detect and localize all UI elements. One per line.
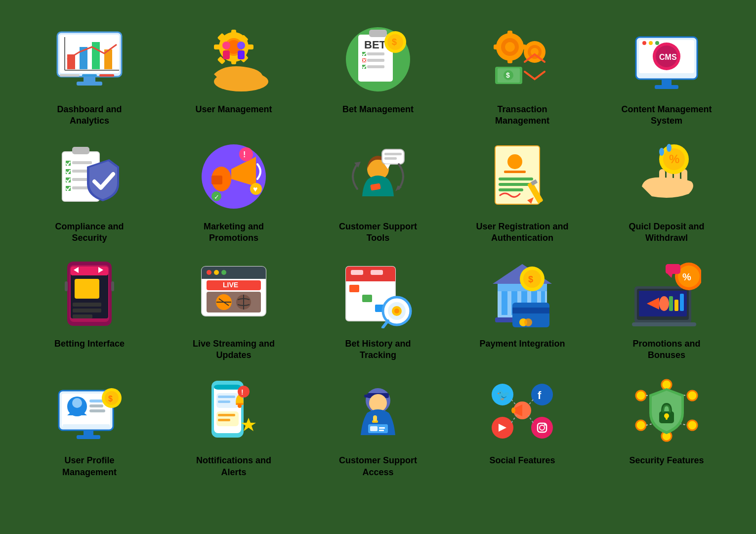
label-support-tools: Customer Support Tools — [329, 221, 427, 244]
item-betting-interface[interactable]: Betting Interface — [20, 254, 159, 361]
label-bet-history: Bet History and Tracking — [329, 338, 427, 361]
item-notifications-alerts[interactable]: ! Nottifications and Alerts — [164, 371, 303, 478]
item-transaction-management[interactable]: $ Transaction Management — [453, 20, 592, 127]
label-deposit: Quicl Deposit and Withdrawl — [617, 221, 716, 244]
svg-point-192 — [72, 398, 82, 408]
svg-rect-64 — [655, 85, 678, 89]
icon-user-profile: $ — [50, 371, 129, 450]
svg-rect-197 — [84, 430, 93, 435]
svg-line-241 — [528, 415, 533, 423]
svg-rect-225 — [379, 430, 384, 431]
svg-point-25 — [222, 42, 230, 49]
item-customer-support-tools[interactable]: Customer Support Tools — [308, 137, 448, 244]
icon-user-management — [194, 20, 273, 99]
item-payment-integration[interactable]: $ Payment Integration — [453, 254, 592, 361]
svg-rect-218 — [364, 395, 370, 398]
svg-point-242 — [636, 391, 646, 400]
svg-rect-221 — [373, 415, 377, 421]
svg-rect-204 — [214, 385, 241, 390]
svg-point-97 — [507, 154, 522, 169]
svg-text:!: ! — [241, 388, 244, 396]
icon-compliance — [50, 137, 129, 216]
svg-rect-48 — [507, 57, 512, 63]
icon-dashboard — [50, 20, 129, 99]
svg-rect-145 — [371, 270, 383, 275]
label-support-access: Customer Support Access — [329, 455, 427, 478]
svg-rect-8 — [60, 74, 80, 77]
svg-rect-129 — [202, 274, 266, 279]
svg-text:BET: BET — [364, 39, 386, 51]
icon-security — [627, 371, 706, 450]
item-promotions-bonuses[interactable]: % Promotions and Bonuses — [597, 254, 736, 361]
svg-rect-19 — [246, 44, 253, 49]
svg-point-159 — [394, 309, 399, 313]
item-customer-support-access[interactable]: Customer Support Access — [308, 371, 448, 478]
svg-rect-153 — [362, 305, 372, 312]
icon-support-tools — [338, 137, 418, 216]
svg-rect-210 — [218, 419, 230, 421]
svg-rect-40 — [367, 65, 384, 68]
svg-rect-38 — [367, 59, 384, 62]
svg-rect-126 — [111, 281, 114, 291]
svg-rect-12 — [77, 82, 102, 86]
svg-rect-71 — [72, 161, 92, 164]
item-user-registration[interactable]: User Registration and Authentication — [453, 137, 592, 244]
item-bet-history[interactable]: Bet History and Tracking — [308, 254, 448, 361]
svg-rect-122 — [73, 303, 101, 307]
svg-text:f: f — [538, 389, 542, 401]
svg-rect-207 — [218, 400, 230, 403]
item-live-streaming[interactable]: LIVE Live Streaming and Updates — [164, 254, 303, 361]
svg-rect-17 — [231, 57, 236, 64]
svg-rect-99 — [499, 178, 533, 180]
svg-point-130 — [207, 270, 211, 275]
item-bet-management[interactable]: BET $ Bet Management — [308, 20, 448, 127]
svg-point-179 — [659, 296, 669, 311]
svg-rect-135 — [207, 292, 261, 312]
item-quick-deposit[interactable]: % Quicl Deposit and Withdrawl — [597, 137, 736, 244]
svg-rect-162 — [502, 291, 507, 315]
svg-rect-4 — [92, 42, 100, 69]
item-dashboard-analytics[interactable]: Dashboard and Analytics — [20, 20, 159, 127]
svg-point-113 — [659, 148, 664, 156]
svg-rect-18 — [214, 44, 221, 49]
svg-rect-209 — [218, 414, 235, 416]
svg-rect-148 — [375, 285, 385, 292]
item-user-profile[interactable]: $ User Profile Management — [20, 371, 159, 478]
label-cms: Content Management System — [617, 104, 716, 127]
icon-bet-management: BET $ — [338, 20, 418, 99]
icon-marketing: ! ♥ ✓ — [194, 137, 273, 216]
label-user-management: User Management — [195, 104, 272, 115]
svg-point-65 — [642, 41, 646, 45]
svg-point-66 — [649, 41, 653, 45]
item-marketing-promotions[interactable]: ! ♥ ✓ Marketing and Promotions — [164, 137, 303, 244]
svg-text:♥: ♥ — [253, 185, 258, 193]
svg-point-46 — [505, 42, 515, 52]
svg-rect-31 — [369, 30, 387, 37]
item-content-management[interactable]: CMS Content Management System — [597, 20, 736, 127]
svg-rect-196 — [63, 424, 110, 427]
svg-rect-91 — [384, 153, 402, 155]
item-social-features[interactable]: 🐦 f — [453, 371, 592, 478]
svg-rect-180 — [669, 296, 673, 311]
svg-rect-89 — [382, 149, 404, 164]
svg-rect-80 — [211, 176, 222, 184]
svg-point-114 — [667, 144, 672, 152]
label-compliance: Compliance and Security — [40, 221, 139, 244]
svg-rect-92 — [384, 157, 397, 160]
svg-line-240 — [511, 415, 516, 423]
svg-rect-28 — [238, 50, 245, 59]
icon-support-access — [338, 371, 418, 450]
item-security-features[interactable]: Security Features — [597, 371, 736, 478]
item-user-management[interactable]: User Management — [164, 20, 303, 127]
label-promotions: Promotions and Bonuses — [617, 338, 716, 361]
icon-notifications: ! — [194, 371, 273, 450]
svg-point-81 — [239, 147, 253, 161]
svg-rect-170 — [512, 308, 549, 313]
svg-rect-144 — [351, 270, 363, 275]
svg-point-212 — [238, 404, 242, 408]
label-dashboard: Dashboard and Analytics — [40, 104, 139, 127]
main-grid: Dashboard and Analytics — [10, 10, 746, 488]
label-user-profile: User Profile Management — [40, 455, 139, 478]
item-compliance-security[interactable]: Compliance and Security — [20, 137, 159, 244]
svg-text:✓: ✓ — [214, 193, 219, 201]
